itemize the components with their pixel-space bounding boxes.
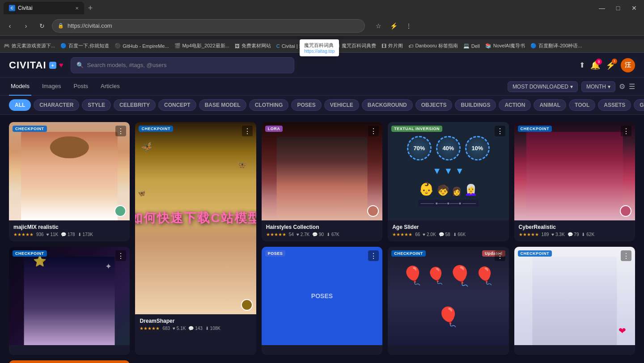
bookmark-baidu-translate[interactable]: 🔵 百度翻译-200种语... [530, 42, 582, 49]
card-dreamshapers[interactable]: 🦋 🦋 🦋 如何快速下载C站模型 CHECKPOINT ⋮ DreamShape… [135, 122, 256, 355]
card-title: Hairstyles Collection [266, 224, 378, 230]
bookmark-dell[interactable]: 💻 Dell [463, 43, 480, 49]
card-likes: ♥ 2.0K [423, 232, 436, 237]
tab-close[interactable]: ✕ [75, 6, 79, 11]
tab-title: Civitai [18, 5, 33, 11]
close-button[interactable]: ✕ [628, 2, 640, 14]
card-image: ⭐ ✦ [9, 247, 130, 345]
card-menu-button[interactable]: ⋮ [242, 126, 253, 136]
forward-button[interactable]: › [20, 20, 32, 32]
card-poses[interactable]: POSES POSES ⋮ [262, 247, 382, 355]
minimize-button[interactable]: — [596, 2, 608, 14]
nav-articles[interactable]: Articles [99, 78, 122, 96]
bookmark-magic[interactable]: 📖 魔咒百科词典费 魔咒百科词典 https://aitag.top [334, 42, 376, 49]
layout-icon[interactable]: ☰ [629, 82, 635, 91]
filter-tab-buildings[interactable]: BUILDINGS [455, 99, 496, 111]
new-tab-button[interactable]: + [84, 2, 97, 14]
search-placeholder: Search models, #tags, @users [87, 62, 167, 68]
card-image [262, 122, 382, 220]
card-balloon[interactable]: 🎈 🎈 🎈 🎈 🎈 CHECKPOINT Updated ⋮ [388, 247, 508, 355]
logo-heart-icon[interactable]: ♥ [59, 61, 64, 69]
filter-tab-objects[interactable]: OBJECTS [415, 99, 453, 111]
card-author-avatar [367, 205, 379, 217]
filter-tab-background[interactable]: BACKGROUND [362, 99, 413, 111]
card-hairstyles[interactable]: LORA ⋮ Hairstyles Collection ★★★★★ 54 ♥ … [262, 122, 382, 241]
notification-bell[interactable]: 🔔 9 [590, 60, 600, 70]
card-menu-button[interactable]: ⋮ [368, 126, 379, 136]
search-bar[interactable]: 🔍 Search models, #tags, @users [71, 57, 294, 73]
card-rating-count: 54 [289, 232, 294, 237]
period-label: MONTH [586, 84, 606, 90]
logo[interactable]: CIVITAI + ♥ [9, 59, 64, 71]
card-body: DreamShaper ★★★★★ 683 ♥ 5.1K 💬 143 ⬇ 108… [135, 314, 256, 335]
filter-tab-vehicle[interactable]: VEHICLE [324, 99, 359, 111]
ti-timeline: ——— ●——●——● ——— [418, 200, 479, 207]
filter-tab-all[interactable]: ALL [9, 99, 31, 111]
card-white-anime[interactable]: ❤ CHECKPOINT ⋮ [514, 247, 635, 355]
browser-toolbar: ‹ › ↻ 🔒 https://civitai.com ☆ ⚡ ⋮ [0, 16, 644, 36]
sort-dropdown[interactable]: MOST DOWNLOADED ▾ [508, 81, 578, 92]
main-nav: Models Images Posts Articles MOST DOWNLO… [0, 78, 644, 96]
bookmark-mp4[interactable]: 🎬 Mp4电影_2022最新... [174, 42, 229, 49]
maximize-button[interactable]: □ [612, 2, 624, 14]
filter-tab-style[interactable]: STYLE [82, 99, 111, 111]
card-menu-button[interactable]: ⋮ [495, 126, 505, 136]
card-age-slider[interactable]: 70% 40% 10% ▼ ▼ ▼ 👶 🧒 👩 👩‍🦳 ——— ●——●——● … [388, 122, 508, 241]
filter-tab-base-model[interactable]: BASE MODEL [199, 99, 246, 111]
bookmark-danbooru[interactable]: 🏷 Danbooru 标签指南 [408, 42, 458, 49]
filter-tab-clothing[interactable]: CLOTHING [249, 99, 289, 111]
alert-badge: 1 [612, 59, 617, 64]
bookmark-github[interactable]: ⚫ GitHub - EmpireMe... [114, 43, 169, 49]
address-bar[interactable]: 🔒 https://civitai.com [52, 19, 365, 33]
back-button[interactable]: ‹ [4, 20, 16, 32]
filter-tab-assets[interactable]: ASSETS [598, 99, 631, 111]
card-anime-checkpoint[interactable]: ⭐ ✦ CHECKPOINT ⋮ [9, 247, 130, 355]
card-body [388, 345, 508, 355]
filter-tab-poses[interactable]: POSES [291, 99, 321, 111]
filter-tab-character[interactable]: CHARACTER [34, 99, 79, 111]
filter-tab-guide[interactable]: GUIDE [634, 99, 644, 111]
card-cyberrealistic[interactable]: CHECKPOINT ⋮ CyberRealistic ★★★★★ 189 ♥ … [514, 122, 635, 241]
active-tab[interactable]: C Civitai ✕ [4, 2, 84, 14]
card-rating-count: 683 [162, 326, 170, 331]
bookmark-zhanpian[interactable]: 🎞 炸片阁 [381, 42, 403, 49]
logo-plus[interactable]: + [49, 62, 56, 69]
card-menu-button[interactable]: ⋮ [621, 250, 631, 261]
search-icon: 🔍 [76, 62, 84, 68]
card-menu-button[interactable]: ⋮ [115, 250, 126, 261]
card-menu-button[interactable]: ⋮ [115, 126, 126, 136]
bookmark-freepik[interactable]: 🖼 免费素材网站 [235, 42, 271, 49]
ti-circle-40: 40% [436, 136, 461, 160]
user-avatar[interactable]: 汪 [621, 58, 635, 72]
card-menu-button[interactable]: ⋮ [495, 250, 505, 261]
nav-images[interactable]: Images [40, 78, 63, 96]
filter-tab-tool[interactable]: TOOL [569, 99, 595, 111]
filter-tab-celebrity[interactable]: CELEBRITY [114, 99, 156, 111]
card-stars: ★★★★★ [13, 232, 34, 237]
card-body [514, 345, 635, 355]
bookmark-baidu[interactable]: 🔵 百度一下,你就知道 [60, 42, 109, 49]
extensions-icon[interactable]: ⚡ [387, 20, 400, 32]
card-orange-checkpoint[interactable]: CHECKPOINT ⋮ [9, 360, 130, 363]
bookmark-icon[interactable]: ☆ [372, 20, 385, 32]
card-menu-button[interactable]: ⋮ [621, 126, 631, 136]
period-dropdown[interactable]: MONTH ▾ [581, 81, 615, 92]
filter-tab-animal[interactable]: ANIMAL [534, 99, 566, 111]
card-rating-count: 66 [415, 232, 420, 237]
card-author-avatar [620, 205, 631, 217]
refresh-button[interactable]: ↻ [36, 20, 48, 32]
filter-icon[interactable]: ⚙ [619, 82, 625, 91]
nav-posts[interactable]: Posts [72, 78, 90, 96]
filter-tab-concept[interactable]: CONCEPT [158, 99, 196, 111]
filter-tab-action[interactable]: ACTION [499, 99, 531, 111]
alerts-icon[interactable]: ⚡ 1 [606, 60, 615, 70]
bookmark-civitai[interactable]: C Civitai | Stable Diffu... [276, 43, 329, 49]
settings-icon[interactable]: ⋮ [402, 20, 415, 32]
card-menu-button[interactable]: ⋮ [368, 250, 379, 261]
bookmark-games[interactable]: 🎮 效元素游戏资源下... [4, 42, 55, 49]
card-majicmix[interactable]: CHECKPOINT ⋮ majicMIX realistic ★★★★★ 93… [9, 122, 130, 241]
nav-models[interactable]: Models [9, 78, 31, 96]
bookmark-novelai[interactable]: 📚 NovelAI魔导书 [485, 42, 525, 49]
upload-icon[interactable]: ⬆ [579, 61, 585, 69]
card-badge: CHECKPOINT [13, 126, 47, 132]
